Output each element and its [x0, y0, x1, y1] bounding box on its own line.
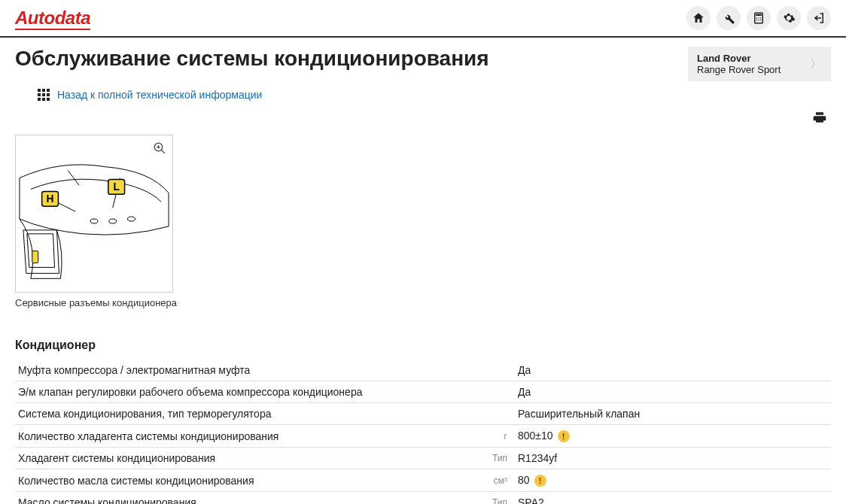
- table-row: Э/м клапан регулировки рабочего объема к…: [15, 381, 831, 403]
- vehicle-make: Land Rover: [697, 53, 781, 64]
- spec-value: 80!: [515, 469, 831, 492]
- diagram-thumbnail[interactable]: H L: [15, 135, 173, 293]
- table-row: Муфта компрессора / электромагнитная муф…: [15, 360, 831, 381]
- spec-value: 800±10!: [515, 425, 831, 448]
- svg-point-12: [90, 219, 98, 223]
- warning-icon[interactable]: !: [558, 430, 570, 442]
- svg-point-3: [758, 17, 759, 19]
- spec-value: Да: [515, 381, 831, 403]
- spec-unit: см³: [477, 469, 515, 492]
- svg-point-2: [756, 17, 758, 19]
- spec-label: Масло системы кондиционирования: [15, 492, 477, 505]
- diagram-label-h: H: [47, 193, 54, 205]
- logout-icon[interactable]: [807, 6, 831, 30]
- home-icon[interactable]: [686, 6, 711, 30]
- table-row: Система кондиционирования, тип терморегу…: [15, 403, 831, 425]
- spec-label: Количество масла системы кондиционирован…: [15, 469, 477, 492]
- spec-unit: г: [477, 425, 515, 448]
- warning-icon[interactable]: !: [534, 475, 546, 487]
- table-row: Количество хладагента системы кондициони…: [15, 425, 831, 448]
- table-row: Хладагент системы кондиционированияТипR1…: [15, 448, 831, 469]
- diagram-label-l: L: [113, 181, 120, 193]
- svg-line-16: [113, 193, 117, 208]
- grid-icon[interactable]: [38, 89, 50, 101]
- table-row: Количество масла системы кондиционирован…: [15, 469, 831, 492]
- title-row: Обслуживание системы кондиционирования L…: [15, 47, 831, 81]
- section-title: Кондиционер: [15, 339, 831, 352]
- svg-point-7: [760, 20, 762, 21]
- svg-point-13: [109, 219, 117, 223]
- calculator-icon[interactable]: [747, 6, 771, 30]
- svg-point-6: [758, 20, 759, 21]
- table-row: Масло системы кондиционированияТипSPA2: [15, 492, 831, 505]
- diagram-svg: H L: [16, 153, 172, 292]
- spec-label: Муфта компрессора / электромагнитная муф…: [15, 360, 477, 381]
- svg-point-4: [760, 17, 762, 19]
- wrench-icon[interactable]: [717, 6, 741, 30]
- spec-unit: Тип: [477, 448, 515, 469]
- spec-value: SPA2: [515, 492, 831, 505]
- spec-label: Система кондиционирования, тип терморегу…: [15, 403, 477, 425]
- print-icon[interactable]: [812, 113, 827, 128]
- chevron-right-icon: 〉: [810, 56, 822, 72]
- spec-table: Муфта компрессора / электромагнитная муф…: [15, 360, 831, 504]
- spec-unit: [477, 381, 515, 403]
- gear-icon[interactable]: [777, 6, 801, 30]
- vehicle-model: Range Rover Sport: [697, 64, 781, 75]
- toolbar: [686, 6, 831, 30]
- app-header: Autodata: [0, 0, 846, 38]
- svg-rect-1: [756, 14, 762, 16]
- spec-label: Хладагент системы кондиционирования: [15, 448, 477, 469]
- spec-unit: [477, 403, 515, 425]
- svg-rect-19: [32, 251, 38, 263]
- spec-value: Да: [515, 360, 831, 381]
- spec-value: R1234yf: [515, 448, 831, 469]
- svg-point-14: [128, 217, 135, 221]
- spec-unit: [477, 360, 515, 381]
- main-content: Обслуживание системы кондиционирования L…: [0, 38, 846, 504]
- page-title: Обслуживание системы кондиционирования: [15, 47, 489, 71]
- back-link[interactable]: Назад к полной технической информации: [57, 89, 262, 101]
- diagram-caption: Сервисные разъемы кондиционера: [15, 297, 831, 308]
- spec-label: Количество хладагента системы кондициони…: [15, 425, 477, 448]
- back-row: Назад к полной технической информации: [38, 89, 831, 101]
- spec-unit: Тип: [477, 492, 515, 505]
- brand-logo[interactable]: Autodata: [15, 8, 90, 29]
- vehicle-selector[interactable]: Land Rover Range Rover Sport 〉: [688, 47, 831, 81]
- print-row: [15, 110, 831, 129]
- spec-value: Расширительный клапан: [515, 403, 831, 425]
- vehicle-info: Land Rover Range Rover Sport: [697, 53, 781, 75]
- svg-point-5: [756, 20, 758, 21]
- spec-label: Э/м клапан регулировки рабочего объема к…: [15, 381, 477, 403]
- brand-logo-text: Autodata: [15, 8, 90, 30]
